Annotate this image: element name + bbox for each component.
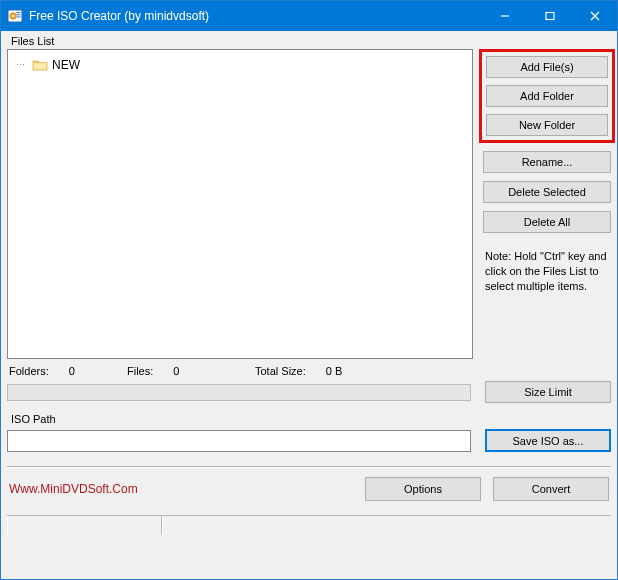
- note-text: Note: Hold "Ctrl" key and click on the F…: [483, 241, 611, 294]
- add-files-button[interactable]: Add File(s): [486, 56, 608, 78]
- tree-row[interactable]: ⋯ NEW: [16, 56, 464, 74]
- title-text: Free ISO Creator (by minidvdsoft): [29, 9, 209, 23]
- tree-item-label: NEW: [52, 58, 80, 72]
- convert-button[interactable]: Convert: [493, 477, 609, 501]
- highlight-box: Add File(s) Add Folder New Folder: [479, 49, 615, 143]
- files-list-tree[interactable]: ⋯ NEW: [7, 49, 473, 359]
- titlebar[interactable]: Free ISO Creator (by minidvdsoft): [1, 1, 617, 31]
- folders-value: 0: [69, 365, 75, 377]
- close-button[interactable]: [572, 1, 617, 31]
- svg-rect-5: [17, 16, 21, 17]
- size-progress-bar: [7, 384, 471, 401]
- website-link[interactable]: Www.MiniDVDSoft.Com: [9, 482, 138, 496]
- tree-expander-icon[interactable]: ⋯: [16, 60, 32, 70]
- svg-rect-4: [17, 14, 21, 15]
- folders-label: Folders:: [9, 365, 49, 377]
- files-list-label: Files List: [11, 35, 611, 47]
- maximize-button[interactable]: [527, 1, 572, 31]
- action-sidebar: Add File(s) Add Folder New Folder Rename…: [483, 49, 611, 359]
- new-folder-button[interactable]: New Folder: [486, 114, 608, 136]
- statusbar-cell: [162, 516, 611, 535]
- svg-point-2: [12, 15, 14, 17]
- files-label: Files:: [127, 365, 153, 377]
- rename-button[interactable]: Rename...: [483, 151, 611, 173]
- stats-row: Folders: 0 Files: 0 Total Size: 0 B: [7, 359, 611, 379]
- iso-path-label: ISO Path: [11, 413, 611, 425]
- minimize-button[interactable]: [482, 1, 527, 31]
- svg-rect-7: [546, 13, 554, 20]
- options-button[interactable]: Options: [365, 477, 481, 501]
- app-icon: [7, 8, 23, 24]
- delete-all-button[interactable]: Delete All: [483, 211, 611, 233]
- app-window: Free ISO Creator (by minidvdsoft) Files …: [0, 0, 618, 580]
- total-size-label: Total Size:: [255, 365, 306, 377]
- statusbar-cell: [7, 516, 162, 535]
- size-limit-button[interactable]: Size Limit: [485, 381, 611, 403]
- iso-path-input[interactable]: [7, 430, 471, 452]
- svg-rect-3: [17, 12, 21, 13]
- save-iso-as-button[interactable]: Save ISO as...: [485, 429, 611, 452]
- total-size-value: 0 B: [326, 365, 343, 377]
- delete-selected-button[interactable]: Delete Selected: [483, 181, 611, 203]
- statusbar: [7, 515, 611, 535]
- add-folder-button[interactable]: Add Folder: [486, 85, 608, 107]
- files-value: 0: [173, 365, 179, 377]
- folder-icon: [32, 58, 48, 72]
- separator: [7, 466, 611, 467]
